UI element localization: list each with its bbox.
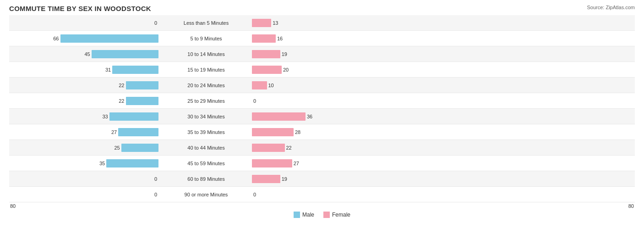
female-value: 16 <box>277 36 283 41</box>
right-section: 0 <box>252 97 635 105</box>
male-bar <box>126 97 159 105</box>
female-bar <box>252 34 276 43</box>
category-label: 5 to 9 Minutes <box>160 36 252 41</box>
left-bar-wrapper: 0 <box>30 190 158 199</box>
left-bar-wrapper: 33 <box>30 112 158 121</box>
bar-row: 33 30 to 34 Minutes 36 <box>9 109 635 124</box>
male-bar <box>126 81 159 89</box>
left-section: 31 <box>9 66 160 74</box>
right-section: 16 <box>252 34 635 43</box>
male-value: 0 <box>147 176 157 182</box>
male-value: 0 <box>147 192 157 197</box>
female-bar <box>252 19 271 27</box>
male-value: 35 <box>95 161 105 166</box>
female-bar <box>252 81 267 89</box>
right-section: 27 <box>252 159 635 167</box>
bar-row: 66 5 to 9 Minutes 16 <box>9 31 635 46</box>
source-label: Source: ZipAtlas.com <box>587 5 635 10</box>
male-bar <box>92 50 158 58</box>
category-label: 10 to 14 Minutes <box>160 51 252 57</box>
male-value: 22 <box>115 83 125 88</box>
bar-row: 35 45 to 59 Minutes 27 <box>9 156 635 171</box>
bars-area: 0 Less than 5 Minutes 13 66 5 to 9 Minut… <box>9 15 635 202</box>
right-section: 10 <box>252 81 635 89</box>
category-label: 40 to 44 Minutes <box>160 145 252 151</box>
bottom-right-label: 80 <box>628 203 634 209</box>
female-value: 27 <box>294 161 299 166</box>
female-color-box <box>323 212 330 218</box>
bar-row: 0 90 or more Minutes 0 <box>9 187 635 202</box>
left-bar-wrapper: 45 <box>30 50 158 58</box>
left-bar-wrapper: 66 <box>30 34 158 43</box>
left-section: 27 <box>9 128 160 136</box>
left-bar-wrapper: 31 <box>30 66 158 74</box>
bar-row: 0 Less than 5 Minutes 13 <box>9 15 635 31</box>
female-value: 13 <box>273 20 278 26</box>
female-value: 20 <box>283 67 289 73</box>
left-bar-wrapper: 27 <box>30 128 158 136</box>
left-section: 35 <box>9 159 160 167</box>
male-value: 0 <box>147 20 157 26</box>
bottom-labels: 80 80 <box>9 203 635 209</box>
right-section: 0 <box>252 190 635 199</box>
category-label: 35 to 39 Minutes <box>160 129 252 135</box>
left-bar-wrapper: 25 <box>30 144 158 152</box>
category-label: 45 to 59 Minutes <box>160 161 252 166</box>
male-label: Male <box>302 212 314 218</box>
female-value: 0 <box>253 192 256 197</box>
right-section: 28 <box>252 128 635 136</box>
right-section: 36 <box>252 112 635 121</box>
female-value: 19 <box>282 176 287 182</box>
right-section: 22 <box>252 144 635 152</box>
bar-row: 22 25 to 29 Minutes 0 <box>9 93 635 109</box>
female-bar <box>252 128 294 136</box>
male-value: 33 <box>98 114 108 119</box>
left-section: 33 <box>9 112 160 121</box>
male-value: 31 <box>101 67 111 73</box>
male-bar <box>109 112 158 121</box>
category-label: 25 to 29 Minutes <box>160 98 252 104</box>
bar-row: 27 35 to 39 Minutes 28 <box>9 124 635 140</box>
legend-male: Male <box>294 212 314 218</box>
right-section: 19 <box>252 175 635 183</box>
female-bar <box>252 66 282 74</box>
left-section: 22 <box>9 97 160 105</box>
male-bar <box>118 128 158 136</box>
male-bar <box>60 34 159 43</box>
left-section: 0 <box>9 190 160 199</box>
male-bar <box>106 159 158 167</box>
category-label: 20 to 24 Minutes <box>160 83 252 88</box>
male-value: 22 <box>115 98 125 104</box>
category-label: Less than 5 Minutes <box>160 20 252 26</box>
female-bar <box>252 159 292 167</box>
female-bar <box>252 50 280 58</box>
male-color-box <box>294 212 300 218</box>
right-section: 20 <box>252 66 635 74</box>
bottom-left-label: 80 <box>10 203 16 209</box>
left-section: 22 <box>9 81 160 89</box>
left-bar-wrapper: 22 <box>30 81 158 89</box>
left-bar-wrapper: 0 <box>30 19 158 27</box>
category-label: 60 to 89 Minutes <box>160 176 252 182</box>
left-bar-wrapper: 0 <box>30 175 158 183</box>
left-bar-wrapper: 22 <box>30 97 158 105</box>
male-bar <box>112 66 158 74</box>
left-section: 45 <box>9 50 160 58</box>
bar-row: 31 15 to 19 Minutes 20 <box>9 62 635 78</box>
female-value: 19 <box>282 51 287 57</box>
category-label: 30 to 34 Minutes <box>160 114 252 119</box>
bar-row: 0 60 to 89 Minutes 19 <box>9 171 635 187</box>
bar-row: 25 40 to 44 Minutes 22 <box>9 140 635 156</box>
legend-area: Male Female <box>9 212 635 218</box>
female-label: Female <box>332 212 350 218</box>
legend-female: Female <box>323 212 350 218</box>
right-section: 19 <box>252 50 635 58</box>
chart-title: COMMUTE TIME BY SEX IN WOODSTOCK <box>9 5 635 12</box>
bar-row: 45 10 to 14 Minutes 19 <box>9 46 635 62</box>
female-bar <box>252 112 306 121</box>
left-section: 25 <box>9 144 160 152</box>
left-section: 0 <box>9 175 160 183</box>
male-value: 45 <box>80 51 90 57</box>
category-label: 15 to 19 Minutes <box>160 67 252 73</box>
female-value: 36 <box>307 114 312 119</box>
